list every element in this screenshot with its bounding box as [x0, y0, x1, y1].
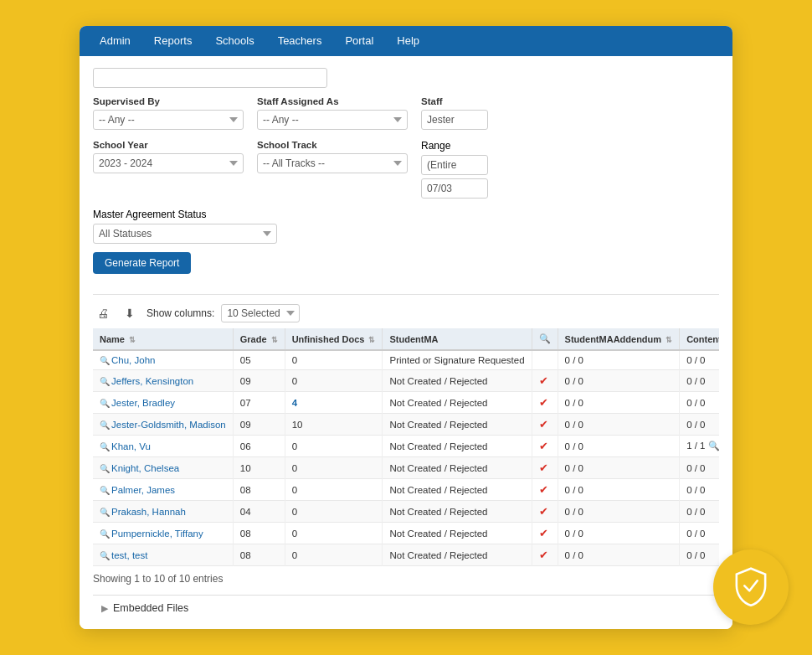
staff-input[interactable]: [421, 110, 488, 130]
cell-addendum: 0 / 0: [558, 523, 680, 544]
cell-name[interactable]: 🔍Palmer, James: [93, 479, 233, 501]
row-search-icon: 🔍: [100, 420, 110, 430]
cell-name[interactable]: 🔍Jester, Bradley: [93, 392, 233, 414]
master-agreement-label: Master Agreement Status: [93, 209, 206, 220]
cell-unfinished: 0: [285, 436, 383, 457]
school-track-group: School Track -- All Tracks --: [257, 140, 408, 173]
cell-grade: 08: [233, 523, 285, 544]
cell-addendum: 0 / 0: [558, 392, 680, 414]
cell-grade: 10: [233, 457, 285, 479]
cell-unfinished: 0: [285, 370, 383, 392]
cell-unfinished: 0: [285, 501, 383, 523]
row-search-icon: 🔍: [100, 399, 110, 408]
nav-teachers[interactable]: Teachers: [266, 26, 334, 56]
table-row: 🔍Khan, Vu 06 0 Not Created / Rejected ✔ …: [93, 436, 719, 457]
supervised-by-select[interactable]: -- Any --: [93, 110, 244, 130]
table-row: 🔍Palmer, James 08 0 Not Created / Reject…: [93, 479, 719, 501]
sort-icon-addendum: ⇅: [666, 336, 672, 344]
school-track-select[interactable]: -- All Tracks --: [257, 153, 408, 173]
cell-unfinished: 4: [285, 392, 383, 414]
cell-check: ✔: [532, 436, 558, 457]
staff-assigned-as-group: Staff Assigned As -- Any --: [257, 96, 408, 130]
col-content-teacher: ContentTeacherStudentMAAddendum ⇅: [680, 328, 719, 350]
cell-content-teacher: 0 / 0: [680, 392, 719, 414]
generate-report-button[interactable]: Generate Report: [93, 252, 191, 274]
shield-icon: [731, 567, 771, 607]
cell-student-ma: Not Created / Rejected: [383, 479, 532, 501]
cell-name[interactable]: 🔍Jester-Goldsmith, Madison: [93, 414, 233, 436]
cell-name[interactable]: 🔍Chu, John: [93, 350, 233, 370]
school-year-group: School Year 2023 - 2024: [93, 140, 244, 173]
nav-portal[interactable]: Portal: [333, 26, 385, 56]
supervised-by-group: Supervised By -- Any --: [93, 96, 244, 130]
print-icon[interactable]: 🖨: [93, 303, 113, 323]
cell-unfinished: 0: [285, 350, 383, 370]
school-year-select[interactable]: 2023 - 2024: [93, 153, 244, 173]
staff-label: Staff: [421, 96, 488, 106]
cell-grade: 06: [233, 436, 285, 457]
col-grade: Grade ⇅: [233, 328, 285, 350]
show-columns-label: Show columns:: [146, 307, 214, 319]
staff-group: Staff: [421, 96, 488, 130]
row-search-icon: 🔍: [100, 486, 110, 495]
cell-grade: 09: [233, 414, 285, 436]
cell-addendum: 0 / 0: [558, 544, 680, 566]
cell-addendum: 0 / 0: [558, 350, 680, 370]
nav-schools[interactable]: Schools: [203, 26, 265, 56]
row-search-icon: 🔍: [100, 377, 110, 386]
cell-grade: 08: [233, 544, 285, 566]
main-window: Admin Reports Schools Teachers Portal He…: [80, 26, 732, 629]
col-unfinished: Unfinished Docs ⇅: [285, 328, 383, 350]
table-row: 🔍Jeffers, Kensington 09 0 Not Created / …: [93, 370, 719, 392]
cell-check: ✔: [532, 370, 558, 392]
table-row: 🔍Pumpernickle, Tiffany 08 0 Not Created …: [93, 523, 719, 544]
download-icon[interactable]: ⬇: [120, 303, 140, 323]
sort-icon-grade: ⇅: [271, 336, 278, 344]
range-input[interactable]: [421, 155, 488, 175]
cell-check: ✔: [532, 523, 558, 544]
table-row: 🔍test, test 08 0 Not Created / Rejected …: [93, 544, 719, 566]
cell-addendum: 0 / 0: [558, 436, 680, 457]
nav-help[interactable]: Help: [385, 26, 431, 56]
staff-assigned-as-select[interactable]: -- Any --: [257, 110, 408, 130]
cell-addendum: 0 / 0: [558, 501, 680, 523]
cell-content-teacher: 0 / 0: [680, 501, 719, 523]
cell-student-ma: Not Created / Rejected: [383, 392, 532, 414]
search-input[interactable]: [93, 68, 327, 88]
cell-name[interactable]: 🔍Pumpernickle, Tiffany: [93, 523, 233, 544]
sort-icon-unfinished: ⇅: [368, 336, 375, 344]
nav-reports[interactable]: Reports: [142, 26, 204, 56]
expand-icon: ▶: [101, 603, 108, 614]
supervised-by-label: Supervised By: [93, 96, 244, 106]
cell-grade: 07: [233, 392, 285, 414]
page-content: Supervised By -- Any -- Staff Assigned A…: [80, 56, 732, 629]
table-row: 🔍Jester-Goldsmith, Madison 09 10 Not Cre…: [93, 414, 719, 436]
range-date-input[interactable]: [421, 178, 488, 199]
cell-name[interactable]: 🔍Jeffers, Kensington: [93, 370, 233, 392]
cell-name[interactable]: 🔍Prakash, Hannah: [93, 501, 233, 523]
table-row: 🔍Jester, Bradley 07 4 Not Created / Reje…: [93, 392, 719, 414]
table-row: 🔍Prakash, Hannah 04 0 Not Created / Reje…: [93, 501, 719, 523]
filter-row-1: Supervised By -- Any -- Staff Assigned A…: [93, 96, 719, 130]
cell-name[interactable]: 🔍Khan, Vu: [93, 436, 233, 457]
row-search-icon: 🔍: [100, 356, 110, 365]
row-search-icon: 🔍: [100, 464, 110, 473]
columns-select[interactable]: 10 Selected: [221, 304, 300, 322]
range-label: Range: [421, 140, 488, 152]
cell-check: ✔: [532, 392, 558, 414]
cell-student-ma: Not Created / Rejected: [383, 436, 532, 457]
table-toolbar: 🖨 ⬇ Show columns: 10 Selected: [93, 303, 719, 323]
master-agreement-select[interactable]: All Statuses: [93, 224, 277, 244]
cell-name[interactable]: 🔍Knight, Chelsea: [93, 457, 233, 479]
data-table: Name ⇅ Grade ⇅ Unfinished Docs ⇅ Student…: [93, 328, 719, 566]
col-name: Name ⇅: [93, 328, 233, 350]
nav-admin[interactable]: Admin: [88, 26, 142, 56]
cell-grade: 09: [233, 370, 285, 392]
cell-content-teacher: 0 / 0: [680, 544, 719, 566]
embedded-files-toggle[interactable]: ▶ Embedded Files: [93, 596, 719, 621]
row-search-icon: 🔍: [100, 529, 110, 539]
cell-name[interactable]: 🔍test, test: [93, 544, 233, 566]
embedded-files-label: Embedded Files: [113, 602, 188, 614]
table-container: Name ⇅ Grade ⇅ Unfinished Docs ⇅ Student…: [93, 328, 719, 566]
filter-row-2: School Year 2023 - 2024 School Track -- …: [93, 140, 719, 199]
